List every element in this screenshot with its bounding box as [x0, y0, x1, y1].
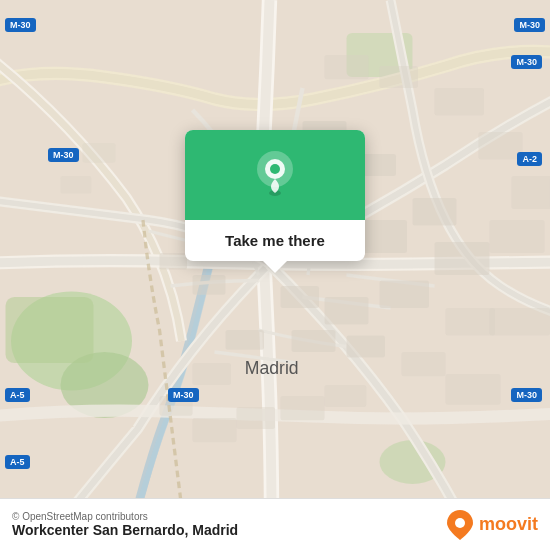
- moovit-logo: moovit: [445, 508, 538, 542]
- svg-rect-32: [193, 363, 232, 385]
- svg-rect-3: [6, 297, 94, 363]
- svg-rect-15: [292, 330, 336, 352]
- moovit-icon: [445, 508, 475, 542]
- road-badge-m30-ml: M-30: [48, 148, 79, 162]
- take-me-there-button[interactable]: Take me there: [197, 230, 353, 251]
- road-badge-a5-bl2: A-5: [5, 388, 30, 402]
- road-badge-m30-br: M-30: [511, 388, 542, 402]
- road-badge-m30-tr2: M-30: [511, 55, 542, 69]
- road-badge-m30-bm: M-30: [168, 388, 199, 402]
- svg-rect-36: [281, 396, 325, 420]
- svg-rect-16: [347, 336, 386, 358]
- svg-rect-11: [435, 242, 490, 275]
- svg-text:Madrid: Madrid: [245, 358, 299, 378]
- svg-rect-25: [479, 132, 523, 160]
- popup-green-header: [185, 130, 365, 220]
- svg-rect-30: [402, 352, 446, 376]
- svg-rect-18: [193, 275, 226, 295]
- svg-point-45: [455, 518, 465, 528]
- svg-rect-22: [325, 55, 369, 79]
- svg-rect-28: [446, 308, 496, 336]
- road-badge-a2: A-2: [517, 152, 542, 166]
- svg-rect-27: [490, 220, 545, 253]
- svg-rect-34: [193, 418, 237, 442]
- location-info: © OpenStreetMap contributors Workcenter …: [12, 511, 238, 538]
- svg-rect-19: [160, 253, 188, 270]
- road-badge-m30-tr: M-30: [514, 18, 545, 32]
- svg-rect-10: [413, 198, 457, 226]
- svg-rect-23: [380, 66, 419, 88]
- svg-rect-26: [512, 176, 551, 209]
- bottom-bar: © OpenStreetMap contributors Workcenter …: [0, 498, 550, 550]
- svg-rect-31: [446, 374, 501, 405]
- svg-rect-17: [226, 330, 265, 350]
- popup-card: Take me there: [185, 130, 365, 261]
- svg-point-43: [270, 164, 280, 174]
- svg-rect-39: [61, 176, 92, 194]
- road-badge-a5-bl1: A-5: [5, 455, 30, 469]
- road-badge-m30-tl: M-30: [5, 18, 36, 32]
- svg-rect-35: [237, 407, 276, 429]
- svg-rect-24: [435, 88, 485, 116]
- svg-rect-14: [325, 297, 369, 325]
- svg-rect-38: [83, 143, 116, 163]
- map-container: Madrid M-30 M-30 M-30 A-2 M-30 M-30 A-5 …: [0, 0, 550, 550]
- svg-rect-13: [281, 286, 320, 308]
- location-pin-icon: [253, 149, 297, 201]
- svg-rect-29: [490, 308, 551, 336]
- map-background: Madrid: [0, 0, 550, 550]
- osm-attribution: © OpenStreetMap contributors: [12, 511, 238, 522]
- moovit-text: moovit: [479, 514, 538, 535]
- popup-bottom: Take me there: [185, 220, 365, 261]
- svg-rect-37: [325, 385, 367, 407]
- svg-rect-12: [380, 281, 430, 309]
- location-name: Workcenter San Bernardo, Madrid: [12, 522, 238, 538]
